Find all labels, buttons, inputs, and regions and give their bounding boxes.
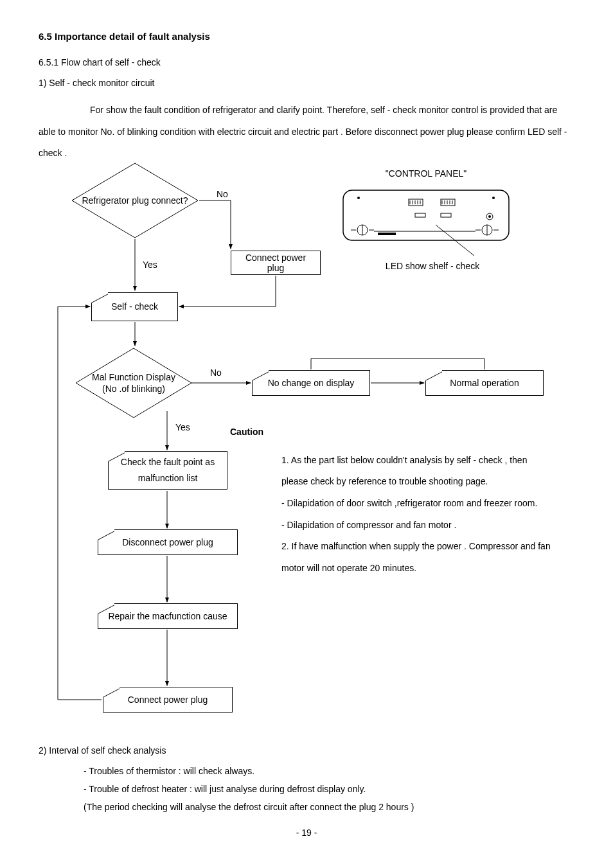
caution-title: Caution <box>230 427 263 437</box>
caution-line1: 1. As the part list below couldn't analy… <box>281 450 555 493</box>
box-self-check-label: Self - check <box>111 301 158 312</box>
label-yes-2: Yes <box>175 422 190 432</box>
svg-rect-48 <box>378 233 396 235</box>
sec2-b2: - Trouble of defrost heater : will just … <box>84 780 574 798</box>
svg-point-22 <box>492 197 495 199</box>
box-disconnect-label: Disconnect power plug <box>122 537 213 547</box>
box-connect2: Connect power plug <box>103 687 233 713</box>
label-no-1: No <box>217 189 228 199</box>
box-no-change-label: No change on display <box>268 378 355 388</box>
box-connect-power: Connect power plug <box>231 251 321 275</box>
label-yes-1: Yes <box>143 260 157 270</box>
decision-plug: Refrigerator plug connect? <box>71 162 199 239</box>
decision-malfunction-label: Mal Function Display (No .of blinking) <box>75 347 193 419</box>
box-normal-op-label: Normal operation <box>450 378 519 388</box>
sec2-title: 2) Interval of self check analysis <box>39 745 574 756</box>
d2-line1: Mal Function Display <box>92 371 175 383</box>
section-title: 6.5 Importance detail of fault analysis <box>39 31 574 42</box>
page: 6.5 Importance detail of fault analysis … <box>0 0 613 864</box>
box-disconnect: Disconnect power plug <box>98 529 238 555</box>
svg-rect-20 <box>343 190 509 240</box>
box-self-check: Self - check <box>91 292 178 321</box>
caution-line3: - Dilapidation of compressor and fan mot… <box>281 515 555 536</box>
subsection-1: 1) Self - check monitor circuit <box>39 78 574 88</box>
caution-body: 1. As the part list below couldn't analy… <box>281 450 555 580</box>
box-repair: Repair the macfunction cause <box>98 603 238 629</box>
subsection-651: 6.5.1 Flow chart of self - check <box>39 57 574 67</box>
sec2-b3: (The period checking will analyse the de… <box>84 798 574 816</box>
label-no-2: No <box>210 368 222 378</box>
box-normal-op: Normal operation <box>425 370 544 396</box>
sec2-b1: - Troubles of thermistor : will check al… <box>84 762 574 780</box>
control-panel-title: "CONTROL PANEL" <box>326 168 526 179</box>
svg-point-21 <box>357 197 360 199</box>
box-check-fault: Check the fault point as malfunction lis… <box>108 451 227 490</box>
box-check-fault-label: Check the fault point as malfunction lis… <box>115 454 220 486</box>
svg-point-38 <box>488 215 491 218</box>
d2-line2: (No .of blinking) <box>92 383 175 394</box>
caution-line4: 2. If have malfunction when supply the p… <box>281 536 555 579</box>
svg-rect-24 <box>441 199 455 206</box>
caution-line2: - Dilapidation of door switch ,refrigera… <box>281 493 555 515</box>
svg-rect-35 <box>415 213 425 217</box>
control-panel-drawing <box>339 186 513 257</box>
decision-malfunction: Mal Function Display (No .of blinking) <box>75 347 193 419</box>
flowchart: Refrigerator plug connect? No Yes Connec… <box>39 168 574 734</box>
svg-rect-36 <box>441 213 451 217</box>
box-no-change: No change on display <box>252 370 370 396</box>
control-panel-figure: "CONTROL PANEL" <box>326 168 526 271</box>
page-number: - 19 - <box>39 828 574 838</box>
subsection-2: 2) Interval of self check analysis - Tro… <box>39 745 574 816</box>
box-repair-label: Repair the macfunction cause <box>108 611 227 621</box>
box-connect-power-label: Connect power plug <box>238 252 314 273</box>
intro-paragraph: For show the fault condition of refriger… <box>39 100 574 164</box>
svg-rect-23 <box>409 199 423 206</box>
box-connect2-label: Connect power plug <box>128 695 208 705</box>
decision-plug-label: Refrigerator plug connect? <box>71 162 199 239</box>
control-panel-caption: LED show shelf - check <box>339 261 526 271</box>
